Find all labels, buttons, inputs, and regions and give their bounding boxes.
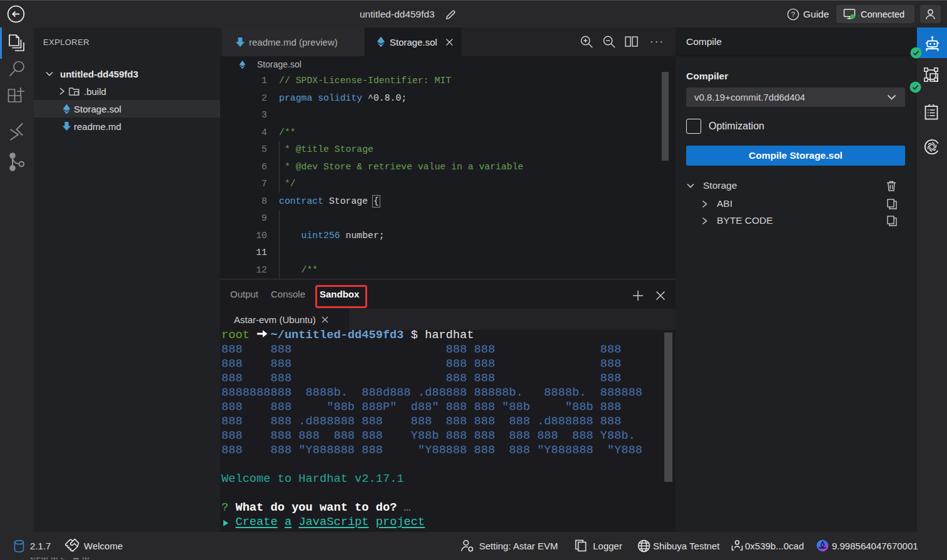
- svg-text:?: ?: [791, 11, 795, 18]
